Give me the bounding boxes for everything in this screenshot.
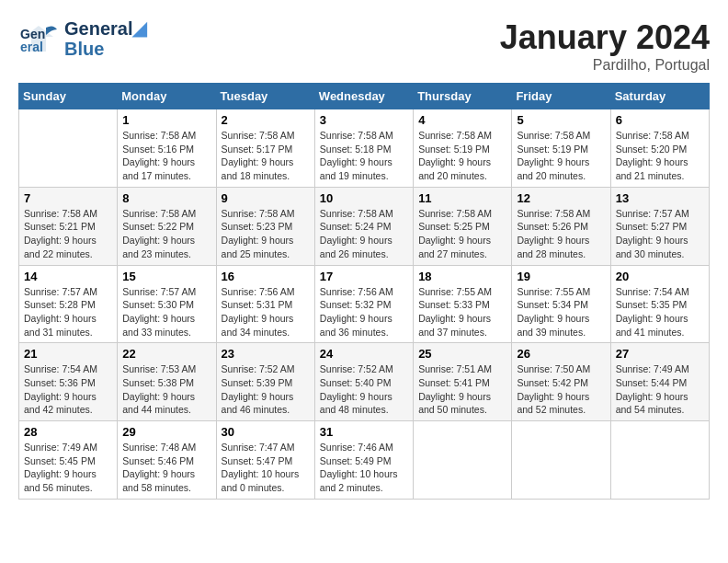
day-info: Sunrise: 7:47 AMSunset: 5:47 PMDaylight:…: [222, 441, 310, 495]
logo: Gen eral General◢ Blue: [18, 18, 146, 59]
day-number: 23: [222, 347, 310, 361]
day-cell: 19Sunrise: 7:55 AMSunset: 5:34 PMDayligh…: [512, 265, 610, 343]
day-number: 7: [24, 191, 112, 205]
week-row-3: 14Sunrise: 7:57 AMSunset: 5:28 PMDayligh…: [19, 265, 710, 343]
day-cell: 13Sunrise: 7:57 AMSunset: 5:27 PMDayligh…: [610, 187, 709, 265]
day-number: 14: [24, 270, 112, 283]
day-number: 3: [320, 113, 408, 127]
day-info: Sunrise: 7:46 AMSunset: 5:49 PMDaylight:…: [320, 441, 408, 495]
day-info: Sunrise: 7:52 AMSunset: 5:40 PMDaylight:…: [320, 362, 408, 417]
day-number: 9: [222, 191, 310, 205]
day-cell: [610, 421, 709, 500]
day-cell: [512, 421, 610, 500]
day-info: Sunrise: 7:49 AMSunset: 5:45 PMDaylight:…: [24, 441, 112, 495]
day-cell: 29Sunrise: 7:48 AMSunset: 5:46 PMDayligh…: [118, 421, 216, 500]
day-info: Sunrise: 7:57 AMSunset: 5:30 PMDaylight:…: [122, 285, 210, 339]
day-number: 26: [517, 347, 605, 361]
day-cell: 16Sunrise: 7:56 AMSunset: 5:31 PMDayligh…: [216, 265, 314, 343]
day-cell: 17Sunrise: 7:56 AMSunset: 5:32 PMDayligh…: [314, 265, 413, 343]
day-cell: 25Sunrise: 7:51 AMSunset: 5:41 PMDayligh…: [414, 343, 512, 421]
week-row-4: 21Sunrise: 7:54 AMSunset: 5:36 PMDayligh…: [19, 343, 710, 421]
day-cell: 2Sunrise: 7:58 AMSunset: 5:17 PMDaylight…: [216, 109, 314, 188]
day-number: 4: [418, 113, 506, 127]
day-number: 6: [616, 113, 704, 127]
day-number: 5: [517, 113, 605, 127]
day-number: 15: [122, 270, 210, 283]
day-number: 1: [122, 113, 210, 127]
day-number: 18: [418, 270, 506, 283]
day-info: Sunrise: 7:50 AMSunset: 5:42 PMDaylight:…: [517, 362, 605, 417]
day-info: Sunrise: 7:58 AMSunset: 5:24 PMDaylight:…: [320, 207, 408, 261]
day-number: 2: [222, 113, 310, 127]
day-cell: 11Sunrise: 7:58 AMSunset: 5:25 PMDayligh…: [414, 187, 512, 265]
day-number: 28: [24, 425, 112, 439]
day-info: Sunrise: 7:58 AMSunset: 5:25 PMDaylight:…: [418, 207, 506, 261]
day-info: Sunrise: 7:49 AMSunset: 5:44 PMDaylight:…: [616, 362, 704, 417]
day-number: 30: [222, 425, 310, 439]
day-number: 16: [222, 270, 310, 283]
day-number: 8: [122, 191, 210, 205]
day-info: Sunrise: 7:58 AMSunset: 5:22 PMDaylight:…: [122, 207, 210, 261]
day-cell: 26Sunrise: 7:50 AMSunset: 5:42 PMDayligh…: [512, 343, 610, 421]
day-info: Sunrise: 7:51 AMSunset: 5:41 PMDaylight:…: [418, 362, 506, 417]
day-cell: 15Sunrise: 7:57 AMSunset: 5:30 PMDayligh…: [118, 265, 216, 343]
day-cell: 7Sunrise: 7:58 AMSunset: 5:21 PMDaylight…: [19, 187, 118, 265]
day-number: 25: [418, 347, 506, 361]
day-number: 29: [122, 425, 210, 439]
day-cell: 3Sunrise: 7:58 AMSunset: 5:18 PMDaylight…: [314, 109, 413, 188]
day-info: Sunrise: 7:48 AMSunset: 5:46 PMDaylight:…: [122, 441, 210, 495]
weekday-header-wednesday: Wednesday: [314, 84, 413, 109]
day-cell: 31Sunrise: 7:46 AMSunset: 5:49 PMDayligh…: [314, 421, 413, 500]
weekday-header-saturday: Saturday: [610, 84, 709, 109]
day-info: Sunrise: 7:58 AMSunset: 5:20 PMDaylight:…: [616, 129, 704, 183]
weekday-header-row: SundayMondayTuesdayWednesdayThursdayFrid…: [19, 84, 710, 109]
day-info: Sunrise: 7:52 AMSunset: 5:39 PMDaylight:…: [222, 362, 310, 417]
day-info: Sunrise: 7:54 AMSunset: 5:36 PMDaylight:…: [24, 362, 112, 417]
day-cell: 5Sunrise: 7:58 AMSunset: 5:19 PMDaylight…: [512, 109, 610, 188]
day-cell: 14Sunrise: 7:57 AMSunset: 5:28 PMDayligh…: [19, 265, 118, 343]
day-number: 10: [320, 191, 408, 205]
day-cell: [19, 109, 118, 188]
day-info: Sunrise: 7:58 AMSunset: 5:17 PMDaylight:…: [222, 129, 310, 183]
weekday-header-tuesday: Tuesday: [216, 84, 314, 109]
day-cell: 18Sunrise: 7:55 AMSunset: 5:33 PMDayligh…: [414, 265, 512, 343]
weekday-header-monday: Monday: [118, 84, 216, 109]
day-info: Sunrise: 7:55 AMSunset: 5:33 PMDaylight:…: [418, 285, 506, 339]
week-row-5: 28Sunrise: 7:49 AMSunset: 5:45 PMDayligh…: [19, 421, 710, 500]
day-number: 12: [517, 191, 605, 205]
day-number: 24: [320, 347, 408, 361]
day-cell: [414, 421, 512, 500]
day-cell: 22Sunrise: 7:53 AMSunset: 5:38 PMDayligh…: [118, 343, 216, 421]
day-cell: 30Sunrise: 7:47 AMSunset: 5:47 PMDayligh…: [216, 421, 314, 500]
day-cell: 24Sunrise: 7:52 AMSunset: 5:40 PMDayligh…: [314, 343, 413, 421]
title-block: January 2024 Pardilho, Portugal: [500, 18, 710, 74]
day-number: 31: [320, 425, 408, 439]
day-cell: 28Sunrise: 7:49 AMSunset: 5:45 PMDayligh…: [19, 421, 118, 500]
day-cell: 6Sunrise: 7:58 AMSunset: 5:20 PMDaylight…: [610, 109, 709, 188]
day-cell: 8Sunrise: 7:58 AMSunset: 5:22 PMDaylight…: [118, 187, 216, 265]
svg-text:eral: eral: [20, 40, 43, 54]
day-info: Sunrise: 7:58 AMSunset: 5:21 PMDaylight:…: [24, 207, 112, 261]
weekday-header-thursday: Thursday: [414, 84, 512, 109]
day-number: 19: [517, 270, 605, 283]
logo-icon: Gen eral: [18, 18, 59, 59]
location-title: Pardilho, Portugal: [500, 57, 710, 74]
day-cell: 9Sunrise: 7:58 AMSunset: 5:23 PMDaylight…: [216, 187, 314, 265]
day-info: Sunrise: 7:57 AMSunset: 5:27 PMDaylight:…: [616, 207, 704, 261]
day-cell: 10Sunrise: 7:58 AMSunset: 5:24 PMDayligh…: [314, 187, 413, 265]
day-info: Sunrise: 7:58 AMSunset: 5:19 PMDaylight:…: [517, 129, 605, 183]
day-cell: 4Sunrise: 7:58 AMSunset: 5:19 PMDaylight…: [414, 109, 512, 188]
day-number: 27: [616, 347, 704, 361]
day-number: 20: [616, 270, 704, 283]
week-row-2: 7Sunrise: 7:58 AMSunset: 5:21 PMDaylight…: [19, 187, 710, 265]
day-info: Sunrise: 7:58 AMSunset: 5:19 PMDaylight:…: [418, 129, 506, 183]
logo-general: General◢: [64, 18, 146, 39]
day-info: Sunrise: 7:55 AMSunset: 5:34 PMDaylight:…: [517, 285, 605, 339]
logo-text-block: General◢ Blue: [64, 18, 146, 59]
day-info: Sunrise: 7:58 AMSunset: 5:16 PMDaylight:…: [122, 129, 210, 183]
day-info: Sunrise: 7:57 AMSunset: 5:28 PMDaylight:…: [24, 285, 112, 339]
day-info: Sunrise: 7:58 AMSunset: 5:18 PMDaylight:…: [320, 129, 408, 183]
page-header: Gen eral General◢ Blue January 2024 Pard…: [18, 18, 710, 74]
day-cell: 12Sunrise: 7:58 AMSunset: 5:26 PMDayligh…: [512, 187, 610, 265]
day-info: Sunrise: 7:56 AMSunset: 5:31 PMDaylight:…: [222, 285, 310, 339]
